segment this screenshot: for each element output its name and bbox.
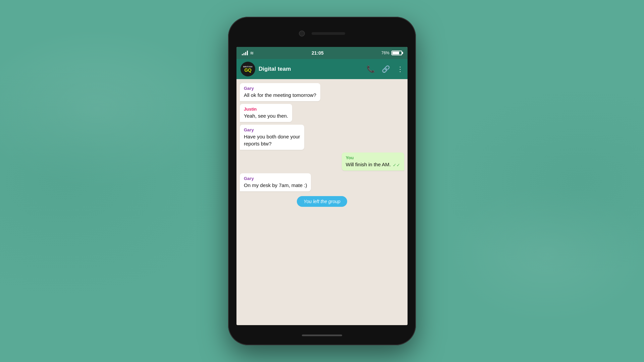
header-icons: 📞 🔗 ⋮ (367, 65, 404, 73)
message-text-5: On my desk by 7am, mate :) (244, 182, 307, 189)
message-text-3: Have you both done yourreports btw? (244, 133, 300, 147)
message-text-1: All ok for the meeting tomorrow? (244, 92, 316, 99)
phone-frame: ≋ 21:05 76% BRITISH GQ Digital team 📞 (228, 17, 416, 345)
status-left: ≋ (242, 50, 254, 56)
message-bubble-1: Gary All ok for the meeting tomorrow? (240, 83, 320, 101)
system-message: You left the group (240, 196, 404, 207)
sender-name-gary-1: Gary (244, 86, 316, 91)
sender-name-gary-3: Gary (244, 176, 307, 181)
phone-screen: ≋ 21:05 76% BRITISH GQ Digital team 📞 (236, 47, 408, 325)
home-bar (302, 335, 342, 336)
signal-bar-3 (245, 52, 246, 55)
message-bubble-2: Justin Yeah, see you then. (240, 104, 292, 122)
phone-speaker (312, 32, 345, 35)
message-ticks-4: ✓✓ (393, 163, 400, 168)
group-avatar: BRITISH GQ (240, 62, 255, 76)
wifi-icon: ≋ (250, 50, 254, 56)
sender-name-you: You (346, 155, 400, 160)
menu-icon[interactable]: ⋮ (397, 65, 404, 73)
link-icon[interactable]: 🔗 (382, 65, 390, 73)
message-3: Gary Have you both done yourreports btw? (240, 125, 363, 150)
phone-top-bar (228, 17, 416, 47)
message-bubble-4: You Will finish in the AM. ✓✓ (342, 153, 404, 171)
message-4: You Will finish in the AM. ✓✓ (342, 153, 404, 171)
message-text-2: Yeah, see you then. (244, 112, 288, 119)
signal-bar-2 (244, 53, 245, 55)
signal-icon (242, 51, 248, 55)
chat-header[interactable]: BRITISH GQ Digital team 📞 🔗 ⋮ (236, 59, 408, 79)
message-bubble-3: Gary Have you both done yourreports btw? (240, 125, 304, 150)
chat-messages: Gary All ok for the meeting tomorrow? Ju… (236, 79, 408, 325)
battery-icon (391, 51, 402, 55)
system-message-text: You left the group (304, 199, 340, 204)
message-bubble-5: Gary On my desk by 7am, mate :) (240, 173, 311, 191)
message-text-row-4: Will finish in the AM. ✓✓ (346, 161, 400, 168)
sender-name-justin: Justin (244, 107, 288, 112)
phone-camera (299, 31, 305, 37)
message-text-4: Will finish in the AM. (346, 161, 391, 168)
system-message-bubble: You left the group (297, 196, 347, 207)
phone-bottom (228, 325, 416, 345)
status-bar: ≋ 21:05 76% (236, 47, 408, 59)
message-1: Gary All ok for the meeting tomorrow? (240, 83, 363, 101)
signal-bar-4 (247, 51, 248, 55)
status-right: 76% (381, 51, 402, 55)
sender-name-gary-2: Gary (244, 127, 300, 132)
battery-percent: 76% (381, 51, 389, 55)
gq-logo: BRITISH GQ (240, 62, 255, 76)
battery-fill (392, 52, 399, 54)
status-time: 21:05 (312, 50, 324, 56)
call-icon[interactable]: 📞 (367, 65, 375, 73)
chat-title: Digital team (259, 66, 363, 72)
message-2: Justin Yeah, see you then. (240, 104, 363, 122)
message-5: Gary On my desk by 7am, mate :) (240, 173, 363, 191)
gq-main-text: GQ (245, 68, 252, 72)
signal-bar-1 (242, 54, 243, 55)
